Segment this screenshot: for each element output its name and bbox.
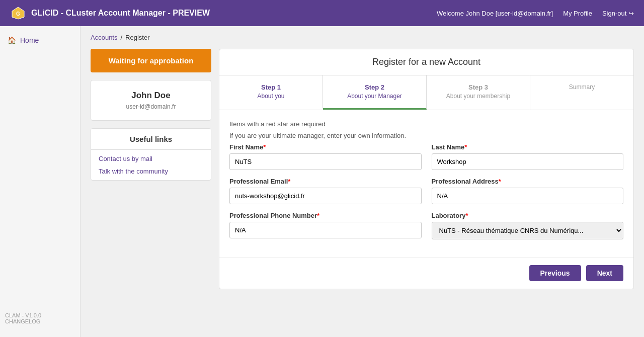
sidebar-item-home[interactable]: 🏠 Home: [5, 34, 75, 47]
sidebar-nav: 🏠 Home: [0, 34, 80, 47]
address-group: Professional Address*: [432, 178, 624, 204]
welcome-text: Welcome John Doe [user-id@domain.fr]: [437, 10, 553, 17]
left-panel: Waiting for approbation John Doe user-id…: [91, 49, 211, 289]
form-row-2: Professional Email* Professional Address…: [229, 178, 623, 204]
home-label: Home: [20, 36, 39, 44]
useful-links-list: Contact us by mail Talk with the communi…: [91, 150, 211, 180]
breadcrumb-current: Register: [125, 34, 149, 41]
version-label: CLAM - V1.0.0: [5, 312, 75, 318]
step-1-label: About you: [224, 92, 317, 101]
user-email: user-id@domain.fr: [101, 103, 201, 110]
last-name-input[interactable]: [432, 153, 624, 170]
form-body: Items with a red star are required If yo…: [219, 110, 633, 257]
required-info: Items with a red star are required: [229, 120, 623, 128]
status-badge: Waiting for approbation: [91, 49, 211, 72]
lab-required-star: *: [465, 212, 468, 219]
sign-out-link[interactable]: Sign-out ↪: [602, 10, 634, 17]
content-area: Waiting for approbation John Doe user-id…: [91, 49, 634, 289]
form-row-1: First Name* Last Name*: [229, 143, 623, 170]
email-label: Professional Email*: [229, 178, 422, 185]
step-2-label: About your Manager: [328, 92, 421, 101]
form-title: Register for a new Account: [219, 49, 633, 75]
breadcrumb-sep: /: [120, 34, 122, 41]
form-footer: Previous Next: [219, 257, 633, 289]
logo-icon: G: [10, 5, 26, 21]
breadcrumb-accounts[interactable]: Accounts: [91, 34, 117, 41]
address-input[interactable]: [432, 188, 624, 204]
first-name-required-star: *: [263, 143, 266, 151]
community-link[interactable]: Talk with the community: [99, 167, 203, 175]
form-row-3: Professional Phone Number* Laboratory* N…: [229, 212, 623, 239]
changelog-label: CHANGELOG: [5, 318, 75, 324]
contact-mail-link[interactable]: Contact us by mail: [99, 155, 203, 162]
step-3-label: About your membership: [432, 92, 525, 101]
home-icon: 🏠: [8, 36, 16, 44]
first-name-group: First Name*: [229, 143, 422, 170]
layout: 🏠 Home CLAM - V1.0.0 CHANGELOG Accounts …: [0, 26, 644, 337]
header-right: Welcome John Doe [user-id@domain.fr] My …: [437, 10, 634, 17]
lab-select[interactable]: NuTS - Réseau thématique CNRS du Numériq…: [432, 222, 624, 239]
step-summary[interactable]: Summary: [530, 75, 633, 110]
svg-text:G: G: [16, 11, 20, 17]
lab-label: Laboratory*: [432, 212, 624, 219]
user-name: John Doe: [101, 91, 201, 101]
next-button[interactable]: Next: [586, 265, 623, 281]
last-name-required-star: *: [464, 143, 467, 151]
step-3-number: Step 3: [432, 83, 525, 92]
step-summary-label: Summary: [535, 83, 628, 92]
user-card: John Doe user-id@domain.fr: [91, 80, 211, 121]
address-required-star: *: [499, 178, 501, 185]
sidebar-footer: CLAM - V1.0.0 CHANGELOG: [0, 307, 80, 329]
phone-input[interactable]: [229, 222, 422, 238]
phone-required-star: *: [317, 212, 319, 219]
previous-button[interactable]: Previous: [529, 265, 581, 281]
step-1[interactable]: Step 1 About you: [219, 75, 323, 110]
step-3[interactable]: Step 3 About your membership: [427, 75, 530, 110]
email-required-star: *: [288, 178, 290, 185]
sidebar: 🏠 Home CLAM - V1.0.0 CHANGELOG: [0, 26, 80, 337]
header: G GLiCID - CLuster Account Manager - PRE…: [0, 0, 644, 26]
lab-group: Laboratory* NuTS - Réseau thématique CNR…: [432, 212, 624, 239]
my-profile-link[interactable]: My Profile: [563, 10, 592, 17]
email-input[interactable]: [229, 188, 422, 204]
address-label: Professional Address*: [432, 178, 624, 185]
last-name-label: Last Name*: [432, 143, 624, 151]
header-left: G GLiCID - CLuster Account Manager - PRE…: [10, 5, 210, 21]
first-name-input[interactable]: [229, 153, 422, 170]
steps-bar: Step 1 About you Step 2 About your Manag…: [219, 75, 633, 110]
manager-info: If you are your ultimate manager, enter …: [229, 132, 623, 139]
first-name-label: First Name*: [229, 143, 422, 151]
form-panel: Register for a new Account Step 1 About …: [219, 49, 634, 289]
step-1-number: Step 1: [224, 83, 317, 92]
useful-links-title: Useful links: [91, 129, 211, 150]
breadcrumb: Accounts / Register: [91, 34, 634, 41]
email-group: Professional Email*: [229, 178, 422, 204]
main-content: Accounts / Register Waiting for approbat…: [80, 26, 644, 337]
last-name-group: Last Name*: [432, 143, 624, 170]
phone-group: Professional Phone Number*: [229, 212, 422, 239]
step-2[interactable]: Step 2 About your Manager: [323, 75, 427, 110]
app-title: GLiCID - CLuster Account Manager - PREVI…: [31, 9, 210, 18]
step-2-number: Step 2: [328, 83, 421, 92]
useful-links-card: Useful links Contact us by mail Talk wit…: [91, 128, 211, 181]
phone-label: Professional Phone Number*: [229, 212, 422, 219]
